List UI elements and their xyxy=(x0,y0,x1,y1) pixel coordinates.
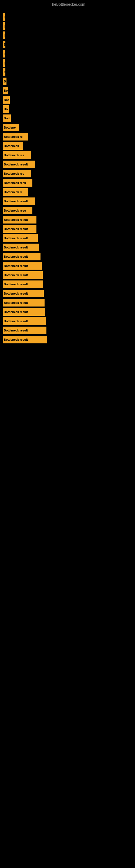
bottleneck-bar: Bottleneck re xyxy=(3,133,28,141)
list-item: B xyxy=(3,78,135,85)
bottleneck-label: B xyxy=(4,43,5,46)
bottleneck-label: Bottleneck resu xyxy=(4,181,26,184)
list-item: B xyxy=(3,41,135,48)
bottleneck-bar: Bot xyxy=(3,96,10,104)
bottleneck-label: Bottleneck re xyxy=(4,135,23,138)
bottleneck-bar: Bottleneck result xyxy=(3,262,42,270)
site-title: TheBottlenecker.com xyxy=(0,0,135,8)
list-item: Bottleneck result xyxy=(3,336,135,343)
bottleneck-label: Bottleneck res xyxy=(4,154,24,157)
list-item: | xyxy=(3,50,135,58)
bottleneck-bar: | xyxy=(3,22,5,30)
bottleneck-label: | xyxy=(4,61,5,65)
bottleneck-bar: | xyxy=(3,31,5,39)
bottleneck-bar: Bottleneck result xyxy=(3,253,41,260)
bottleneck-label: | xyxy=(4,24,5,28)
bottleneck-bar: Bottleneck result xyxy=(3,336,47,343)
bottleneck-label: Bottleneck result xyxy=(4,292,28,295)
bottleneck-label: Bottleneck res xyxy=(4,172,24,175)
bottleneck-bar: Bottleneck result xyxy=(3,216,37,223)
list-item: Bottlene xyxy=(3,124,135,131)
bottleneck-bar: Bottleneck result xyxy=(3,197,35,205)
list-item: Bottleneck result xyxy=(3,271,135,279)
bottleneck-bar: Bottleneck result xyxy=(3,308,45,316)
bottleneck-bar: Bo xyxy=(3,87,8,94)
list-item: Bottleneck result xyxy=(3,235,135,242)
bottleneck-label: Bo xyxy=(4,107,8,111)
bottleneck-bar: Bottleneck result xyxy=(3,161,35,168)
bottleneck-label: Bottleneck result xyxy=(4,163,28,166)
bottleneck-bar: Bottleneck resu xyxy=(3,179,32,187)
bottleneck-label: Bottleneck result xyxy=(4,237,28,240)
list-item: Bottleneck result xyxy=(3,299,135,307)
list-item: Bottleneck result xyxy=(3,280,135,288)
list-item: Bottleneck resu xyxy=(3,207,135,214)
bottleneck-bar: Bottleneck result xyxy=(3,299,45,307)
list-item: | xyxy=(3,31,135,39)
list-item: | xyxy=(3,13,135,21)
list-item: Bottleneck xyxy=(3,142,135,150)
bottleneck-label: | xyxy=(4,15,5,19)
bottleneck-bar: Bottleneck xyxy=(3,142,23,150)
bottleneck-label: Bo xyxy=(4,89,8,92)
list-item: Bottleneck result xyxy=(3,197,135,205)
bottleneck-bar: Bottleneck resu xyxy=(3,207,32,214)
bottleneck-bar: Bottleneck result xyxy=(3,317,46,325)
bottleneck-label: Bottleneck result xyxy=(4,310,28,314)
list-item: Bottleneck result xyxy=(3,317,135,325)
list-item: Bott xyxy=(3,115,135,122)
items-container: |||B||BBBoBotBoBottBottleneBottleneck re… xyxy=(0,8,135,345)
list-item: Bottleneck result xyxy=(3,216,135,223)
bottleneck-label: Bottleneck result xyxy=(4,227,28,230)
bottleneck-label: Bottleneck result xyxy=(4,319,28,323)
list-item: B xyxy=(3,68,135,76)
list-item: | xyxy=(3,59,135,67)
bottleneck-label: Bottleneck result xyxy=(4,273,28,277)
bottleneck-bar: Bottleneck result xyxy=(3,225,37,233)
list-item: Bottleneck result xyxy=(3,327,135,334)
bottleneck-label: Bottleneck result xyxy=(4,301,28,304)
bottleneck-label: Bottleneck result xyxy=(4,264,28,268)
bottleneck-label: Bottleneck result xyxy=(4,255,28,258)
bottleneck-label: Bott xyxy=(4,117,10,120)
bottleneck-bar: Bottleneck result xyxy=(3,271,43,279)
bottleneck-bar: | xyxy=(3,59,5,67)
bottleneck-label: Bottleneck result xyxy=(4,199,28,203)
bottleneck-label: | xyxy=(4,52,5,55)
list-item: Bottleneck re xyxy=(3,188,135,196)
bottleneck-bar: Bott xyxy=(3,115,11,122)
bottleneck-bar: B xyxy=(3,41,5,48)
list-item: Bottleneck res xyxy=(3,170,135,177)
bottleneck-label: Bottleneck re xyxy=(4,190,23,194)
list-item: Bottleneck result xyxy=(3,244,135,251)
bottleneck-bar: | xyxy=(3,50,5,58)
bottleneck-bar: Bottleneck re xyxy=(3,188,28,196)
list-item: Bottleneck res xyxy=(3,151,135,159)
list-item: Bot xyxy=(3,96,135,104)
list-item: Bottleneck result xyxy=(3,161,135,168)
list-item: Bottleneck result xyxy=(3,225,135,233)
bottleneck-label: | xyxy=(4,34,5,37)
bottleneck-bar: Bottleneck res xyxy=(3,151,31,159)
bottleneck-bar: Bo xyxy=(3,105,9,113)
list-item: Bottleneck re xyxy=(3,133,135,141)
bottleneck-label: Bottleneck resu xyxy=(4,209,26,212)
bottleneck-label: Bottleneck result xyxy=(4,283,28,286)
bottleneck-bar: Bottleneck result xyxy=(3,280,43,288)
bottleneck-bar: Bottleneck result xyxy=(3,244,39,251)
bottleneck-bar: B xyxy=(3,78,6,85)
bottleneck-bar: Bottleneck result xyxy=(3,290,44,297)
bottleneck-bar: Bottleneck result xyxy=(3,327,46,334)
bottleneck-label: B xyxy=(4,80,6,83)
list-item: | xyxy=(3,22,135,30)
bottleneck-label: Bottleneck result xyxy=(4,246,28,249)
bottleneck-bar: Bottleneck result xyxy=(3,235,38,242)
list-item: Bottleneck result xyxy=(3,308,135,316)
list-item: Bottleneck result xyxy=(3,290,135,297)
bottleneck-bar: | xyxy=(3,13,5,21)
bottleneck-bar: Bottlene xyxy=(3,124,19,131)
list-item: Bottleneck result xyxy=(3,253,135,260)
bottleneck-label: B xyxy=(4,70,5,74)
bottleneck-label: Bottleneck xyxy=(4,144,19,148)
bottleneck-label: Bot xyxy=(4,98,9,101)
